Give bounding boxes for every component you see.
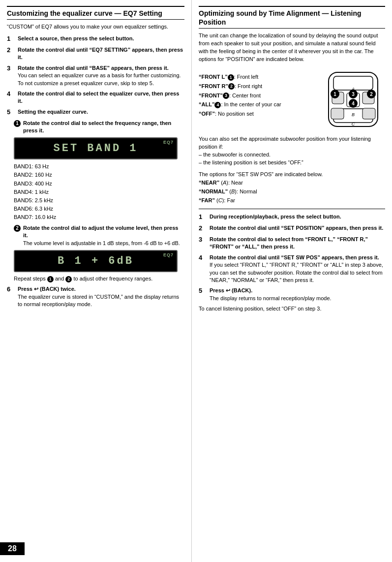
right-step-4: 4 Rotate the control dial until “SET SW … xyxy=(199,254,385,284)
right-step-3: 3 Rotate the control dial to select from… xyxy=(199,236,385,251)
position-labels: “FRONT L”1: Front left “FRONT R”2: Front… xyxy=(199,67,316,118)
band-list: BAND1: 63 Hz BAND2: 160 Hz BAND3: 400 Hz… xyxy=(14,162,178,221)
svg-text:4: 4 xyxy=(352,101,355,106)
pos-circle-1: 1 xyxy=(228,74,234,81)
substep-2-num: 2 xyxy=(14,224,22,232)
step-3: 3 Rotate the control dial until “BASE” a… xyxy=(7,64,184,87)
left-column: Customizing the equalizer curve — EQ7 Se… xyxy=(0,0,192,562)
step-2: 2 Rotate the control dial until “EQ7 SET… xyxy=(7,46,184,62)
svg-rect-6 xyxy=(331,108,344,119)
band-5: BAND5: 2.5 kHz xyxy=(14,196,178,205)
band-2: BAND2: 160 Hz xyxy=(14,171,178,179)
car-svg: 1 2 3 A 4 B C xyxy=(321,67,385,131)
right-step-5: 5 Press ↩ (BACK). The display returns to… xyxy=(199,287,385,302)
lcd-display-2: EQ7 B 1 + 6dB xyxy=(14,250,178,272)
lcd2-tag: EQ7 xyxy=(163,252,174,257)
repeat-note: Repeat steps 1 and 2 to adjust other fre… xyxy=(14,275,184,282)
svg-rect-7 xyxy=(362,108,375,119)
substep-1-num: 1 xyxy=(14,120,22,127)
substep-2-circle: 2 xyxy=(14,225,21,232)
band-7: BAND7: 16.0 kHz xyxy=(14,213,178,221)
divider xyxy=(199,209,385,209)
right-step-2: 2 Rotate the control dial until “SET POS… xyxy=(199,224,385,233)
step-6-num: 6 xyxy=(7,285,16,294)
page: Customizing the equalizer curve — EQ7 Se… xyxy=(0,0,392,562)
svg-text:1: 1 xyxy=(333,92,336,97)
step-4-num: 4 xyxy=(7,90,16,98)
right-step-3-text: Rotate the control dial to select from “… xyxy=(210,236,385,251)
step-2-text: Rotate the control dial until “EQ7 SETTI… xyxy=(18,46,184,62)
right-section-title: Optimizing sound by Time Alignment — Lis… xyxy=(199,6,385,29)
repeat-circle-1: 1 xyxy=(47,276,54,282)
cancel-note: To cancel listening position, select “OF… xyxy=(199,305,385,313)
svg-text:3: 3 xyxy=(352,92,355,97)
step-4-text: Rotate the control dial to select the eq… xyxy=(18,90,184,105)
right-column: Optimizing sound by Time Alignment — Lis… xyxy=(192,0,392,562)
pos-all: “ALL”4: In the center of your car xyxy=(199,100,316,109)
right-step-1-text: During reception/playback, press the sel… xyxy=(210,213,385,220)
sw-normal: “NORMAL” (B): Normal xyxy=(199,187,385,196)
pos-front-l: “FRONT L”1: Front left xyxy=(199,72,316,82)
lcd-display-1: EQ7 SET BAND 1 xyxy=(14,137,178,159)
step-5-num: 5 xyxy=(7,108,16,117)
right-step-1: 1 During reception/playback, press the s… xyxy=(199,213,385,221)
pos-front: “FRONT”3: Center front xyxy=(199,91,316,100)
pos-circle-4: 4 xyxy=(214,102,221,108)
position-diagram-area: “FRONT L”1: Front left “FRONT R”2: Front… xyxy=(199,67,385,131)
substep-2: 2 Rotate the control dial to adjust the … xyxy=(14,224,184,247)
pos-circle-3: 3 xyxy=(223,93,229,99)
substep-1: 1 Rotate the control dial to select the … xyxy=(14,120,184,135)
right-step-4-num: 4 xyxy=(199,254,208,262)
band-4: BAND4: 1 kHz xyxy=(14,188,178,196)
lcd2-text: B 1 + 6dB xyxy=(58,255,134,267)
substep-2-text: Rotate the control dial to adjust the vo… xyxy=(23,224,184,247)
right-step-4-text: Rotate the control dial until “SET SW PO… xyxy=(210,254,385,284)
right-step-5-text: Press ↩ (BACK). The display returns to n… xyxy=(210,287,385,302)
svg-text:B: B xyxy=(352,112,355,117)
step-3-num: 3 xyxy=(7,64,16,73)
step-1-num: 1 xyxy=(7,35,16,43)
left-section-title: Customizing the equalizer curve — EQ7 Se… xyxy=(7,6,184,20)
lcd1-tag: EQ7 xyxy=(163,140,174,145)
page-number: 28 xyxy=(0,542,25,555)
step-1: 1 Select a source, then press the select… xyxy=(7,35,184,43)
sw-far: “FAR” (C): Far xyxy=(199,196,385,205)
svg-text:A: A xyxy=(351,87,355,92)
svg-text:C: C xyxy=(352,122,355,126)
step-4: 4 Rotate the control dial to select the … xyxy=(7,90,184,105)
step-5: 5 Setting the equalizer curve. xyxy=(7,108,184,117)
sw-circle-c: C xyxy=(218,197,222,203)
sw-circle-a: A xyxy=(223,180,226,186)
repeat-circle-2: 2 xyxy=(65,276,72,282)
band-6: BAND6: 6.3 kHz xyxy=(14,205,178,213)
right-step-1-num: 1 xyxy=(199,213,208,221)
pos-circle-2: 2 xyxy=(228,83,235,90)
substep-1-text: Rotate the control dial to select the fr… xyxy=(23,120,184,135)
left-intro: “CUSTOM” of EQ7 allows you to make your … xyxy=(7,23,184,31)
svg-text:2: 2 xyxy=(370,92,373,97)
pos-front-r: “FRONT R”2: Front right xyxy=(199,82,316,91)
right-step-2-text: Rotate the control dial until “SET POSIT… xyxy=(210,224,385,232)
right-step-2-num: 2 xyxy=(199,224,208,233)
sw-pos-intro: The options for “SET SW POS” are indicat… xyxy=(199,170,385,179)
step-1-text: Select a source, then press the select b… xyxy=(18,35,184,42)
sw-circle-b: B xyxy=(231,188,235,194)
right-step-3-num: 3 xyxy=(199,236,208,244)
band-3: BAND3: 400 Hz xyxy=(14,180,178,188)
sw-near: “NEAR” (A): Near xyxy=(199,179,385,187)
step-6-text: Press ↩ (BACK) twice. The equalizer curv… xyxy=(18,285,184,308)
substep-1-circle: 1 xyxy=(14,120,21,127)
step-5-text: Setting the equalizer curve. xyxy=(18,108,184,116)
pos-off: “OFF”: No position set xyxy=(199,109,316,119)
step-3-text: Rotate the control dial until “BASE” app… xyxy=(18,64,184,87)
subwoofer-section: You can also set the approximate subwoof… xyxy=(199,135,385,167)
right-step-5-num: 5 xyxy=(199,287,208,295)
step-2-num: 2 xyxy=(7,46,16,55)
step-6: 6 Press ↩ (BACK) twice. The equalizer cu… xyxy=(7,285,184,308)
lcd1-text: SET BAND 1 xyxy=(53,142,138,155)
band-1: BAND1: 63 Hz xyxy=(14,162,178,171)
right-intro: The unit can change the localization of … xyxy=(199,32,385,63)
car-diagram: 1 2 3 A 4 B C xyxy=(321,67,385,131)
sw-pos-options: The options for “SET SW POS” are indicat… xyxy=(199,170,385,205)
